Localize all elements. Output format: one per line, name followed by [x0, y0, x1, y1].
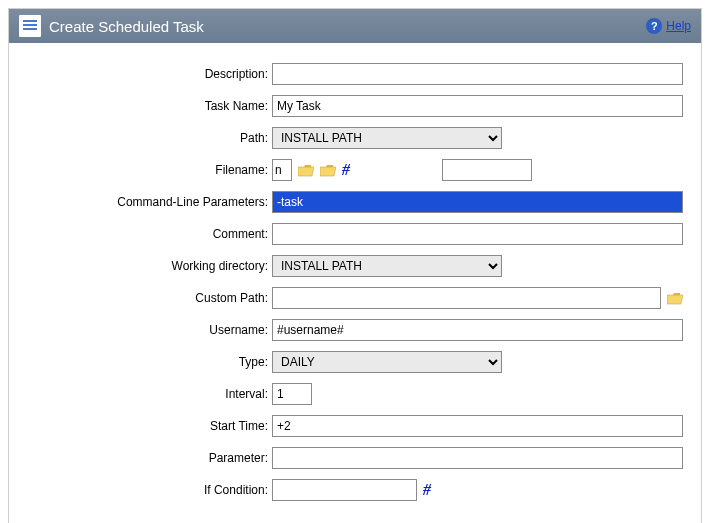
label-parameter: Parameter: — [27, 451, 272, 465]
create-scheduled-task-panel: Create Scheduled Task ? Help Description… — [8, 8, 702, 523]
panel-header: Create Scheduled Task ? Help — [9, 9, 701, 43]
if-condition-input[interactable] — [272, 479, 417, 501]
label-working-dir: Working directory: — [27, 259, 272, 273]
label-if-condition: If Condition: — [27, 483, 272, 497]
form-body: Description: Task Name: Path: INSTALL PA… — [9, 43, 701, 523]
help-icon[interactable]: ? — [646, 18, 662, 34]
interval-input[interactable] — [272, 383, 312, 405]
type-select[interactable]: DAILY — [272, 351, 502, 373]
filename-input[interactable] — [272, 159, 292, 181]
panel-title: Create Scheduled Task — [49, 18, 638, 35]
filename-hash-icon[interactable]: # — [342, 161, 350, 179]
working-dir-select[interactable]: INSTALL PATH — [272, 255, 502, 277]
label-type: Type: — [27, 355, 272, 369]
label-custom-path: Custom Path: — [27, 291, 272, 305]
label-cmd-params: Command-Line Parameters: — [27, 195, 272, 209]
cmd-params-input[interactable] — [272, 191, 683, 213]
help-link[interactable]: Help — [666, 19, 691, 33]
help-section: ? Help — [646, 18, 691, 34]
label-task-name: Task Name: — [27, 99, 272, 113]
label-path: Path: — [27, 131, 272, 145]
username-input[interactable] — [272, 319, 683, 341]
parameter-input[interactable] — [272, 447, 683, 469]
label-start-time: Start Time: — [27, 419, 272, 433]
browse-folder-icon[interactable] — [298, 163, 314, 177]
label-username: Username: — [27, 323, 272, 337]
start-time-input[interactable] — [272, 415, 683, 437]
custom-path-input[interactable] — [272, 287, 661, 309]
comment-input[interactable] — [272, 223, 683, 245]
label-comment: Comment: — [27, 227, 272, 241]
custom-path-browse-icon[interactable] — [667, 291, 683, 305]
label-interval: Interval: — [27, 387, 272, 401]
description-input[interactable] — [272, 63, 683, 85]
document-icon — [19, 15, 41, 37]
label-filename: Filename: — [27, 163, 272, 177]
browse-folder-alt-icon[interactable] — [320, 163, 336, 177]
task-name-input[interactable] — [272, 95, 683, 117]
if-condition-hash-icon[interactable]: # — [423, 481, 431, 499]
label-description: Description: — [27, 67, 272, 81]
path-select[interactable]: INSTALL PATH — [272, 127, 502, 149]
filename-secondary-box — [442, 159, 532, 181]
